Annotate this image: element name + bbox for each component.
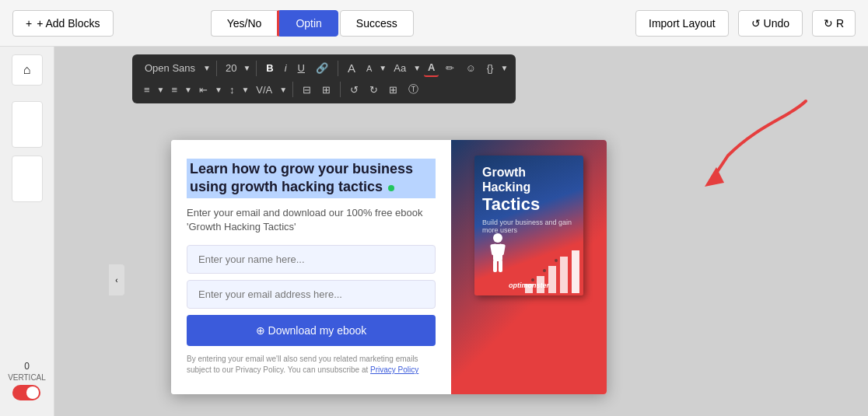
book-figure [482,230,513,280]
list2-chevron-icon: ▼ [184,86,192,94]
list-chevron-icon: ▼ [157,86,165,94]
optin-left-panel: ✕ Learn how to grow your business using … [171,140,451,394]
sidebar-collapse-button[interactable]: ‹ [109,264,124,295]
main-layout: ⌂ 0 VERTICAL ‹ Open Sans ▼ 20 ▼ B [0,47,868,416]
emoji-button[interactable]: ☺ [461,60,479,76]
font-family-selector[interactable]: Open Sans [140,60,200,76]
indent-chevron-icon: ▼ [215,86,222,94]
undo-button[interactable]: ↺ Undo [738,10,803,37]
svg-rect-4 [493,260,497,272]
aa-button[interactable]: Aa [390,60,410,76]
svg-point-0 [493,233,502,243]
toolbar-row-1: Open Sans ▼ 20 ▼ B i U 🔗 A A ▼ Aa ▼ A ✏ … [140,59,508,77]
optin-popup: ✕ Learn how to grow your business using … [171,140,607,394]
separator-5 [340,82,341,97]
separator-3 [338,61,338,76]
bold-button[interactable]: B [262,60,277,76]
book-title-text: Growth Hacking [482,166,530,194]
vertical-label: VERTICAL [8,373,46,382]
text-toolbar-button[interactable]: Ⓣ [404,80,422,99]
font-size-increase-button[interactable]: A [344,59,359,77]
grid-toolbar-button[interactable]: ⊞ [385,82,401,98]
toolbar-row-2: ≡ ▼ ≡ ▼ ⇤ ▼ ↕ ▼ V/A ▼ ⊟ ⊞ ↺ ↻ ⊞ Ⓣ [140,80,508,99]
align-left-button[interactable]: ⊟ [299,82,315,98]
book-title: Growth Hacking Tactics [474,156,583,218]
align-center-button[interactable]: ⊞ [318,82,334,98]
home-icon-button[interactable]: ⌂ [12,54,43,86]
green-dot [388,185,394,191]
font-size-decrease-button[interactable]: A [362,61,376,75]
italic-button[interactable]: i [281,60,291,76]
tab-optin[interactable]: Optin [279,10,338,37]
separator-1 [216,61,217,76]
separator-2 [256,61,257,76]
link-button[interactable]: 🔗 [312,60,332,76]
optimonster-logo: optimonster [509,281,549,289]
sidebar-panel-1 [12,101,43,148]
fine-print: By entering your email we'll also send y… [187,354,436,376]
optin-heading-text: Learn how to grow your business using gr… [190,161,413,194]
svg-rect-5 [499,260,502,272]
aa-chevron-icon: ▼ [413,64,421,72]
code-chevron-icon: ▼ [500,64,508,72]
name-input[interactable] [187,245,436,274]
underline-button[interactable]: U [294,60,309,76]
spacing-chevron-icon: ▼ [241,86,249,94]
left-sidebar: ⌂ 0 VERTICAL [0,47,54,416]
svg-rect-9 [560,257,568,293]
add-icon: + [26,17,32,30]
top-bar: + + Add Blocks Yes/No Optin Success Impo… [0,0,868,47]
tab-yes-no[interactable]: Yes/No [211,10,280,37]
unordered-list-button[interactable]: ≡ [168,82,182,98]
svg-rect-10 [572,250,579,293]
chevron-left-icon: ‹ [115,276,117,285]
font-family-chevron-icon: ▼ [203,64,211,72]
privacy-policy-link[interactable]: Privacy Policy [370,365,418,374]
code-button[interactable]: {} [483,60,498,76]
separator-4 [292,82,293,97]
add-blocks-label: + Add Blocks [37,17,100,30]
svg-rect-8 [548,266,556,293]
optin-heading: Learn how to grow your business using gr… [187,159,436,198]
redo-button[interactable]: ↻ R [812,10,856,37]
email-input[interactable] [187,280,436,309]
sidebar-panel-2 [12,156,43,202]
add-blocks-button[interactable]: + + Add Blocks [12,10,114,37]
canvas-area: ‹ Open Sans ▼ 20 ▼ B i U 🔗 A A ▼ Aa ▼ [54,47,868,416]
undo-toolbar-button[interactable]: ↺ [346,82,362,98]
font-size-chevron-2-icon: ▼ [379,64,387,72]
svg-point-12 [543,269,546,272]
red-arrow-annotation [666,93,821,187]
svg-point-13 [555,259,558,262]
indent-button[interactable]: ⇤ [195,82,212,98]
book-title2-text: Tactics [482,194,540,214]
vertical-value: 0 [24,361,30,372]
vertical-toggle[interactable] [12,385,40,400]
font-size-chevron-icon: ▼ [243,64,250,72]
tab-group: Yes/No Optin Success [211,10,414,37]
download-button[interactable]: ⊕ Download my ebook [187,315,436,346]
redo-toolbar-button[interactable]: ↻ [366,82,382,98]
book-cover: Growth Hacking Tactics Build your busine… [474,156,583,295]
tab-success[interactable]: Success [340,10,414,37]
optin-right-panel: Growth Hacking Tactics Build your busine… [451,140,607,394]
optin-subtext: Enter your email and download our 100% f… [187,206,436,234]
formatting-toolbar: Open Sans ▼ 20 ▼ B i U 🔗 A A ▼ Aa ▼ A ✏ … [132,54,516,103]
line-spacing-button[interactable]: ↕ [226,82,239,98]
svg-marker-14 [705,167,724,187]
import-layout-button[interactable]: Import Layout [635,10,729,37]
va-chevron-icon: ▼ [279,86,287,94]
highlight-button[interactable]: ✏ [442,60,458,76]
va-button[interactable]: V/A [252,82,276,98]
home-icon: ⌂ [23,63,31,77]
font-size-selector[interactable]: 20 [222,60,240,76]
text-color-button[interactable]: A [424,59,439,77]
ordered-list-button[interactable]: ≡ [140,82,154,98]
